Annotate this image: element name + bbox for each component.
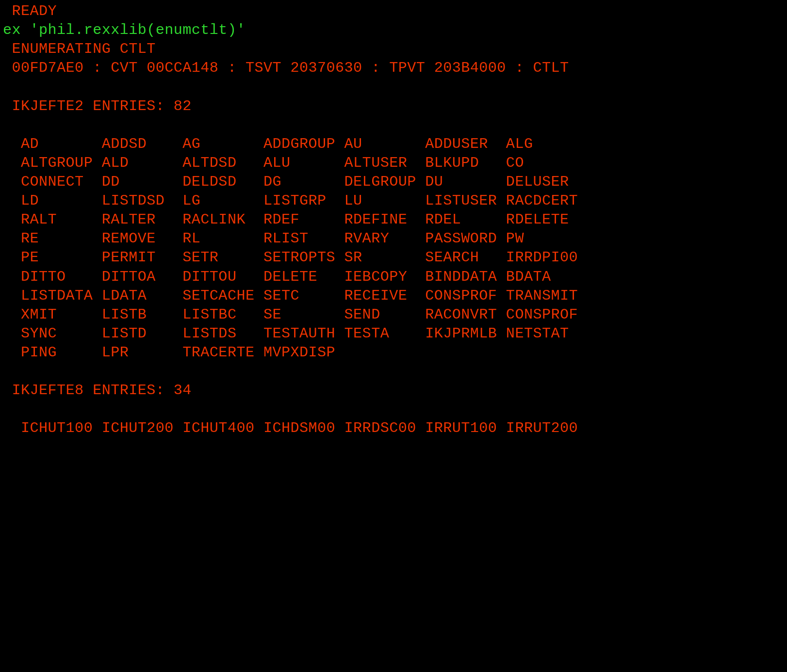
- terminal-line: LD LISTDSD LG LISTGRP LU LISTUSER RACDCE…: [3, 192, 787, 210]
- terminal-line: [3, 362, 787, 381]
- terminal-line: DITTO DITTOA DITTOU DELETE IEBCOPY BINDD…: [3, 268, 787, 287]
- terminal-line: AD ADDSD AG ADDGROUP AU ADDUSER ALG: [3, 135, 787, 154]
- terminal-line: ALTGROUP ALD ALTDSD ALU ALTUSER BLKUPD C…: [3, 154, 787, 173]
- terminal-line: PE PERMIT SETR SETROPTS SR SEARCH IRRDPI…: [3, 248, 787, 267]
- terminal-line: CONNECT DD DELDSD DG DELGROUP DU DELUSER: [3, 173, 787, 192]
- terminal-line: ICHUT100 ICHUT200 ICHUT400 ICHDSM00 IRRD…: [3, 419, 787, 438]
- terminal-line: READY: [3, 2, 787, 21]
- terminal-line: ex 'phil.rexxlib(enumctlt)': [3, 21, 787, 40]
- terminal-line: IKJEFTE2 ENTRIES: 82: [3, 97, 787, 116]
- terminal-screen[interactable]: READYex 'phil.rexxlib(enumctlt)' ENUMERA…: [0, 0, 787, 438]
- terminal-line: XMIT LISTB LISTBC SE SEND RACONVRT CONSP…: [3, 305, 787, 324]
- terminal-line: ENUMERATING CTLT: [3, 40, 787, 59]
- terminal-line: [3, 78, 787, 96]
- terminal-line: RALT RALTER RACLINK RDEF RDEFINE RDEL RD…: [3, 210, 787, 229]
- terminal-line: IKJEFTE8 ENTRIES: 34: [3, 381, 787, 400]
- terminal-line: LISTDATA LDATA SETCACHE SETC RECEIVE CON…: [3, 287, 787, 305]
- terminal-line: [3, 400, 787, 419]
- terminal-line: SYNC LISTD LISTDS TESTAUTH TESTA IKJPRML…: [3, 324, 787, 343]
- terminal-line: 00FD7AE0 : CVT 00CCA148 : TSVT 20370630 …: [3, 59, 787, 78]
- terminal-line: PING LPR TRACERTE MVPXDISP: [3, 343, 787, 362]
- terminal-line: [3, 116, 787, 135]
- terminal-line: RE REMOVE RL RLIST RVARY PASSWORD PW: [3, 229, 787, 248]
